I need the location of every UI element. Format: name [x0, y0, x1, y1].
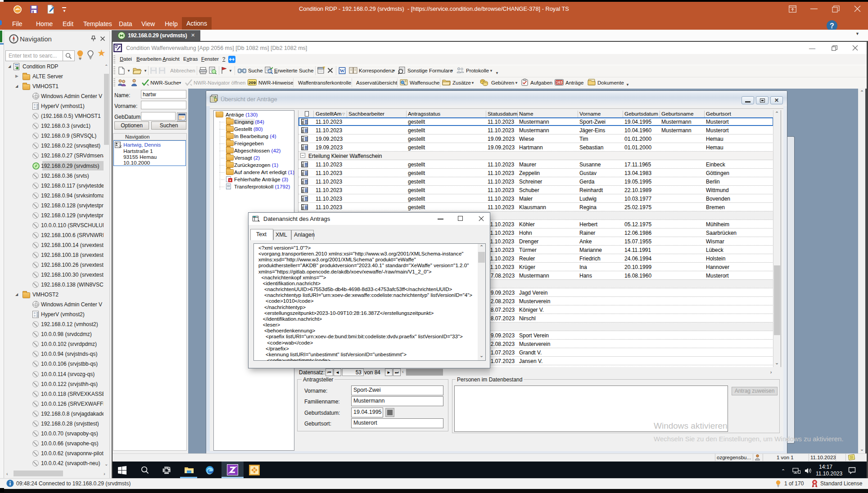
svg-text:W: W — [340, 68, 345, 73]
svg-text:209: 209 — [249, 80, 256, 85]
svg-text:?: ? — [830, 22, 834, 30]
svg-text:163: 163 — [556, 80, 562, 85]
